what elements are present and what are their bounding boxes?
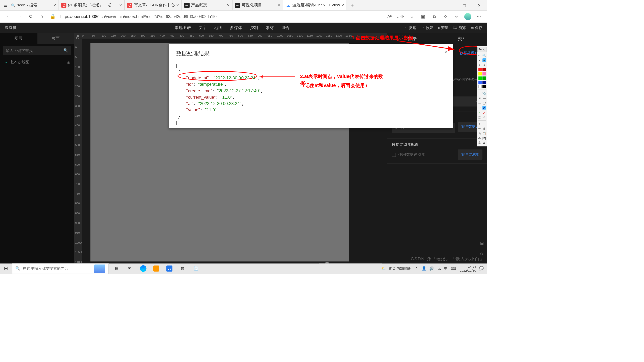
panel-toggle-icon[interactable]: ▣ <box>480 241 484 245</box>
close-icon[interactable]: × <box>53 3 56 8</box>
paste-icon[interactable]: 📋 <box>482 131 486 135</box>
x-icon[interactable]: ✗ <box>482 111 486 114</box>
mail-app-icon[interactable]: ✉ <box>124 263 136 274</box>
dark-dot-icon[interactable]: ● <box>482 63 486 67</box>
keyboard-icon[interactable]: ⌨ <box>451 266 457 271</box>
close-icon[interactable]: × <box>341 3 344 8</box>
snip-done-button[interactable]: Fertig <box>477 47 486 52</box>
dot-large-icon[interactable]: ● <box>482 58 486 62</box>
more-icon[interactable]: ⋯ <box>473 11 484 21</box>
ime-icon[interactable]: 中 <box>444 266 448 271</box>
ellipse-tool-icon[interactable]: ◯ <box>482 101 486 105</box>
close-icon[interactable]: × <box>119 3 122 8</box>
color-yellow[interactable] <box>478 72 482 76</box>
search-icon[interactable]: 🔍 <box>63 48 68 53</box>
color-blue[interactable] <box>478 81 482 84</box>
plus-icon[interactable]: ＋ <box>478 122 481 126</box>
weather-icon[interactable]: ⛅ <box>381 266 386 271</box>
close-window-button[interactable]: ✕ <box>472 0 487 10</box>
close-icon[interactable]: × <box>176 3 179 8</box>
tab-interaction[interactable]: 交互 <box>437 33 487 44</box>
color-red[interactable] <box>478 68 482 71</box>
gray-dot-icon[interactable]: ● <box>478 63 481 67</box>
zoom-icon[interactable]: ⤢ <box>482 115 486 119</box>
taskbar-search[interactable]: 🔍 在这里输入你要搜索的内容 <box>12 263 108 274</box>
tab-3[interactable]: ∞ 产品概况 × <box>182 0 232 10</box>
minimize-button[interactable]: — <box>441 0 457 10</box>
avatar[interactable] <box>462 11 473 21</box>
new-tab-button[interactable]: + <box>347 0 357 10</box>
favorites-bar-icon[interactable]: ✧ <box>440 11 451 21</box>
layer-search-input[interactable] <box>6 48 63 53</box>
tab-layers[interactable]: 图层 <box>0 33 37 44</box>
visibility-icon[interactable]: ◉ <box>67 60 70 65</box>
color-pink[interactable] <box>482 72 486 76</box>
undo-icon[interactable]: ↶ <box>478 127 481 130</box>
menu-map[interactable]: 地图 <box>214 25 222 31</box>
variable-button[interactable]: x 变量 <box>438 25 449 30</box>
modal-close-button[interactable]: × <box>445 49 448 55</box>
menu-text[interactable]: 文字 <box>199 25 207 31</box>
url-field[interactable]: https://open.iot.10086.cn/view/main/inde… <box>60 14 382 19</box>
manage-filter-button[interactable]: 管理过滤器 <box>458 149 482 160</box>
maximize-button[interactable]: ▢ <box>457 0 472 10</box>
network-icon[interactable]: 🖧 <box>437 266 441 271</box>
filter-checkbox[interactable] <box>392 153 396 157</box>
lock-icon[interactable]: 🔒 <box>47 11 58 21</box>
menu-charts[interactable]: 常规图表 <box>175 25 191 31</box>
volume-icon[interactable]: 🔊 <box>429 266 434 271</box>
save-icon[interactable]: 💾 <box>482 136 486 140</box>
extension-icon[interactable]: ▣ <box>418 11 429 21</box>
snip-tool-palette[interactable]: Fertig P...🔍 •● ●● 〰📎 ↗— ▭◯ ↔A ✓✗ ⬚⤢ ＋－ … <box>477 46 487 146</box>
line-tool-icon[interactable]: — <box>482 96 486 100</box>
start-button[interactable]: ⊞ <box>0 266 12 272</box>
tab-1[interactable]: C (30条消息)『罹炀』「嵌入式 × <box>59 0 125 10</box>
people-icon[interactable]: 👤 <box>422 266 426 271</box>
task-view-icon[interactable]: ▤ <box>111 263 123 274</box>
print-icon[interactable]: 🖶 <box>478 136 481 140</box>
tray-clock[interactable]: 14:24 2022/12/30 <box>460 265 476 273</box>
edge-app-icon[interactable] <box>137 263 149 274</box>
check-icon[interactable]: ✓ <box>478 111 481 114</box>
minus-icon[interactable]: － <box>482 122 486 126</box>
back-button[interactable]: ← <box>3 11 14 21</box>
app-icon-generic2[interactable]: 📄 <box>190 263 202 274</box>
collections-icon[interactable]: ⟐ <box>451 11 462 21</box>
color-green[interactable] <box>478 76 482 80</box>
info-icon[interactable]: ⓘ <box>478 141 481 145</box>
dot-small-icon[interactable]: • <box>478 58 481 62</box>
menu-group[interactable]: 组合 <box>281 25 289 31</box>
arrow-tool-icon[interactable]: ↗ <box>478 96 481 100</box>
undo-button[interactable]: ← 撤销 <box>404 25 416 30</box>
layer-item-line-chart[interactable]: 〰 基本折线图 ◉ <box>0 57 74 67</box>
sidebar-toggle-icon[interactable]: ▤ <box>3 3 8 8</box>
weather-text[interactable]: 8°C 局部晴朗 <box>389 266 412 271</box>
attach-icon[interactable]: 📎 <box>482 91 486 95</box>
save-button[interactable]: ▭ 保存 <box>470 25 482 30</box>
vnc-app-icon[interactable]: V2 <box>163 263 175 274</box>
exit-icon[interactable]: ⏏ <box>482 141 486 145</box>
reload-button[interactable]: ↻ <box>25 11 36 21</box>
color-darkblue[interactable] <box>482 81 486 84</box>
translate-icon[interactable]: a亜 <box>395 11 406 21</box>
vmware-app-icon[interactable] <box>150 263 162 274</box>
tab-2[interactable]: C 写文章-CSDN创作中心 × <box>125 0 182 10</box>
favorite-icon[interactable]: ☆ <box>406 11 417 21</box>
menu-media[interactable]: 多媒体 <box>230 25 242 31</box>
redo-button[interactable]: → 恢复 <box>421 25 433 30</box>
crop-icon[interactable]: ⬚ <box>478 115 481 119</box>
tab-5-active[interactable]: ☁ 温湿度-编辑-OneNET View × <box>283 0 347 10</box>
color-black[interactable] <box>482 85 486 88</box>
preview-button[interactable]: ◎ 预览 <box>453 25 466 30</box>
trash-icon[interactable]: 🗑 <box>482 127 486 130</box>
close-icon[interactable]: × <box>278 3 280 8</box>
home-button[interactable]: ⌂ <box>36 11 47 21</box>
menu-material[interactable]: 素材 <box>266 25 274 31</box>
extensions-icon[interactable]: ⧉ <box>429 11 440 21</box>
color-darkred[interactable] <box>482 68 486 71</box>
tab-4[interactable]: ∞ 可视化项目 × <box>232 0 283 10</box>
layer-search[interactable]: 🔍 <box>3 46 71 55</box>
close-icon[interactable]: × <box>227 3 230 8</box>
color-darkgreen[interactable] <box>482 76 486 80</box>
read-aloud-icon[interactable]: Aⁿ <box>384 11 395 21</box>
